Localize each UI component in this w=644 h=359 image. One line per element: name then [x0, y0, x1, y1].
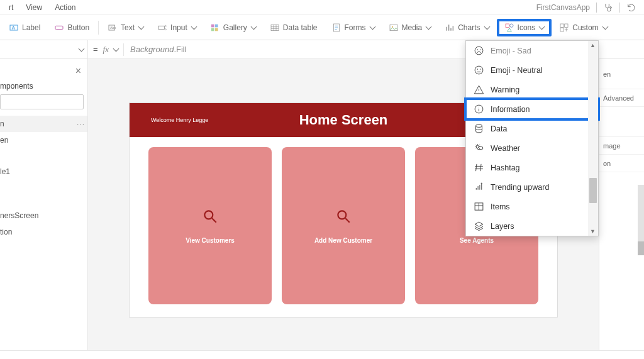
svg-rect-6 [211, 24, 214, 27]
button-text: Button [67, 23, 89, 32]
emoji-sad-icon [474, 45, 484, 56]
icon-option-hashtag[interactable]: Hashtag [466, 158, 598, 177]
tree-item[interactable]: tion [0, 224, 87, 240]
menu-insert[interactable]: rt [3, 3, 19, 12]
more-icon[interactable]: ··· [77, 119, 85, 128]
menu-action[interactable]: Action [48, 3, 82, 12]
prop-tab-advanced[interactable]: Advanced [599, 89, 644, 107]
undo-icon[interactable] [626, 3, 636, 13]
card-view-customers[interactable]: View Customers [148, 147, 272, 304]
prop-row[interactable]: mage [599, 137, 644, 155]
charts-tool[interactable]: Charts [438, 20, 495, 35]
icons-tool[interactable]: Icons [497, 19, 552, 36]
gallery-label: Gallery [223, 23, 247, 32]
formula-prefix: Background [130, 45, 174, 54]
forms-label: Forms [345, 23, 366, 32]
media-icon [389, 23, 399, 33]
icon-option-label: Trending upward [491, 183, 549, 192]
icon-option-label: Items [491, 202, 510, 211]
icon-option-label: Warning [491, 86, 519, 94]
icon-option-label: Emoji - Sad [491, 47, 531, 55]
datatable-tool[interactable]: Data table [264, 20, 324, 35]
icon-option-trending[interactable]: Trending upward [466, 177, 598, 197]
icon-option-items[interactable]: Items [466, 197, 598, 216]
shapes-icon [504, 23, 514, 33]
tree-item[interactable]: en [0, 132, 87, 148]
media-tool[interactable]: Media [382, 20, 438, 35]
layers-icon [474, 221, 484, 231]
svg-rect-5 [158, 26, 164, 29]
input-tool[interactable]: Input [151, 20, 203, 35]
forms-icon [331, 23, 341, 33]
icon-option-information[interactable]: Information [466, 99, 598, 119]
icon-option-layers[interactable]: Layers [466, 216, 598, 236]
svg-rect-2 [55, 26, 63, 29]
svg-text:Abc: Abc [110, 26, 116, 30]
svg-rect-12 [390, 25, 397, 30]
fx-label: fx [103, 45, 113, 55]
icon-option-data[interactable]: Data [466, 119, 598, 138]
chevron-down-icon [250, 23, 257, 30]
formula-input[interactable]: Background.Fill [130, 45, 187, 54]
prop-row[interactable] [599, 107, 644, 137]
text-label: Text [121, 23, 135, 32]
close-icon[interactable]: × [0, 63, 87, 82]
tree-item[interactable]: n ··· [0, 116, 87, 132]
tree-item-label: nersScreen [0, 211, 38, 220]
media-label: Media [402, 23, 423, 32]
chevron-down-icon [369, 23, 375, 30]
svg-rect-10 [271, 25, 279, 30]
svg-point-25 [475, 66, 483, 74]
button-tool[interactable]: Button [48, 20, 96, 35]
svg-point-29 [476, 124, 482, 127]
input-icon [157, 23, 167, 33]
label-tool[interactable]: Label [3, 20, 47, 35]
trending-icon [474, 182, 484, 192]
menu-view[interactable]: View [19, 3, 48, 12]
icon-option-emoji-sad[interactable]: Emoji - Sad [466, 41, 598, 60]
tree-item[interactable]: nersScreen [0, 207, 87, 224]
scrollbar[interactable]: ▲ ▼ [588, 41, 598, 236]
information-icon [474, 104, 484, 114]
svg-rect-8 [211, 28, 214, 31]
stethoscope-icon[interactable] [603, 3, 613, 13]
items-icon [474, 201, 484, 212]
search-input[interactable] [0, 94, 84, 109]
prop-row[interactable]: on [599, 155, 644, 172]
icons-label: Icons [518, 23, 536, 32]
scrollbar-thumb[interactable] [638, 241, 644, 255]
datatable-label: Data table [283, 23, 318, 32]
property-selector[interactable] [0, 40, 88, 58]
prop-row[interactable]: en [599, 59, 644, 89]
svg-point-22 [475, 47, 483, 55]
scroll-up-icon[interactable]: ▲ [590, 42, 596, 48]
icons-dropdown: Emoji - SadEmoji - NeutralWarningInforma… [465, 40, 599, 236]
divider [596, 3, 597, 13]
chevron-down-icon [113, 45, 119, 52]
icon-option-emoji-neutral[interactable]: Emoji - Neutral [466, 60, 598, 80]
svg-rect-17 [565, 24, 568, 27]
card-label: See Agents [460, 237, 494, 244]
scroll-down-icon[interactable]: ▼ [590, 228, 596, 235]
icon-option-weather[interactable]: Weather [466, 138, 598, 158]
formula-suffix: .Fill [174, 45, 186, 54]
svg-point-23 [477, 50, 478, 50]
icon-option-warning[interactable]: Warning [466, 80, 598, 99]
chevron-down-icon [138, 23, 145, 30]
gallery-tool[interactable]: Gallery [204, 20, 262, 35]
chevron-down-icon [539, 23, 545, 30]
card-add-customer[interactable]: Add New Customer [282, 147, 405, 304]
custom-label: Custom [572, 23, 598, 32]
tree-item[interactable]: le1 [0, 163, 87, 180]
scrollbar-thumb[interactable] [589, 178, 597, 203]
custom-tool[interactable]: Custom [553, 20, 613, 35]
weather-icon [474, 143, 484, 153]
custom-icon [559, 23, 569, 33]
forms-tool[interactable]: Forms [325, 20, 381, 35]
section-title: mponents [0, 82, 87, 94]
divider [619, 3, 620, 13]
svg-rect-18 [560, 28, 564, 31]
tree-item-label: le1 [0, 167, 10, 176]
data-icon [474, 123, 484, 134]
text-tool[interactable]: Abc Text [101, 20, 150, 35]
